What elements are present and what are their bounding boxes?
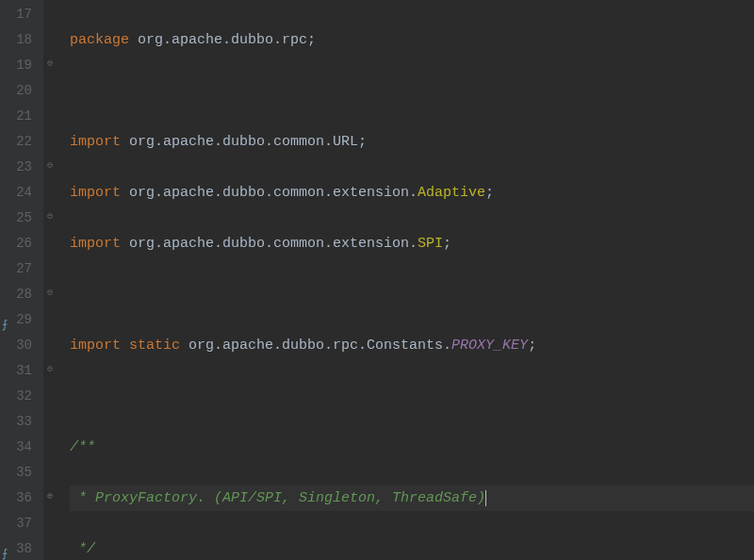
code-line[interactable]: import org.apache.dubbo.common.extension… bbox=[70, 180, 754, 206]
fold-toggle-icon[interactable]: ⊖ bbox=[43, 204, 57, 229]
line-number: 34 bbox=[4, 435, 32, 460]
line-number: ⨍38 bbox=[4, 536, 32, 560]
line-number: 33 bbox=[4, 409, 32, 435]
code-line[interactable]: import static org.apache.dubbo.rpc.Const… bbox=[70, 333, 754, 358]
method-marker-icon[interactable]: ⨍ bbox=[2, 542, 8, 560]
line-number: 37 bbox=[4, 511, 32, 536]
fold-gutter: ⊖ ⊖ ⊖ ⊖ ⊖ ⊕ bbox=[43, 0, 57, 560]
code-line[interactable] bbox=[70, 384, 754, 409]
line-number: 18 bbox=[4, 27, 32, 53]
line-number: 26 bbox=[4, 231, 32, 256]
code-line[interactable]: /** bbox=[70, 435, 754, 460]
line-number-gutter: 17 18 19 20 21 22 23 24 25 26 27 28 ⨍29 … bbox=[0, 0, 43, 560]
code-editor[interactable]: 17 18 19 20 21 22 23 24 25 26 27 28 ⨍29 … bbox=[0, 0, 754, 560]
code-line[interactable]: import org.apache.dubbo.common.extension… bbox=[70, 231, 754, 256]
line-number: 32 bbox=[4, 384, 32, 409]
fold-toggle-icon[interactable]: ⊖ bbox=[43, 356, 57, 382]
text-caret bbox=[485, 490, 486, 506]
line-number: 31 bbox=[4, 358, 32, 384]
line-number: 22 bbox=[4, 129, 32, 155]
line-number: 19 bbox=[4, 53, 32, 78]
line-number: 35 bbox=[4, 460, 32, 486]
line-number: 36 bbox=[4, 486, 32, 511]
fold-toggle-icon[interactable]: ⊖ bbox=[43, 51, 57, 76]
line-number: ⨍29 bbox=[4, 307, 32, 333]
line-number: 24 bbox=[4, 180, 32, 206]
code-line[interactable]: import org.apache.dubbo.common.URL; bbox=[70, 129, 754, 155]
line-number: 25 bbox=[4, 206, 32, 231]
line-number: 23 bbox=[4, 155, 32, 180]
line-number: 20 bbox=[4, 78, 32, 104]
code-line[interactable]: */ bbox=[70, 536, 754, 560]
line-number: 17 bbox=[4, 2, 32, 27]
code-line[interactable] bbox=[70, 78, 754, 104]
fold-toggle-icon[interactable]: ⊖ bbox=[43, 153, 57, 178]
code-area[interactable]: package org.apache.dubbo.rpc; import org… bbox=[57, 0, 754, 560]
line-number: 28 bbox=[4, 282, 32, 307]
code-line-current[interactable]: * ProxyFactory. (API/SPI, Singleton, Thr… bbox=[70, 486, 754, 511]
line-number: 21 bbox=[4, 104, 32, 129]
code-line[interactable] bbox=[70, 282, 754, 307]
fold-toggle-icon[interactable]: ⊕ bbox=[43, 484, 57, 509]
fold-toggle-icon[interactable]: ⊖ bbox=[43, 280, 57, 305]
line-number: 27 bbox=[4, 256, 32, 282]
line-number: 30 bbox=[4, 333, 32, 358]
code-line[interactable]: package org.apache.dubbo.rpc; bbox=[70, 27, 754, 53]
